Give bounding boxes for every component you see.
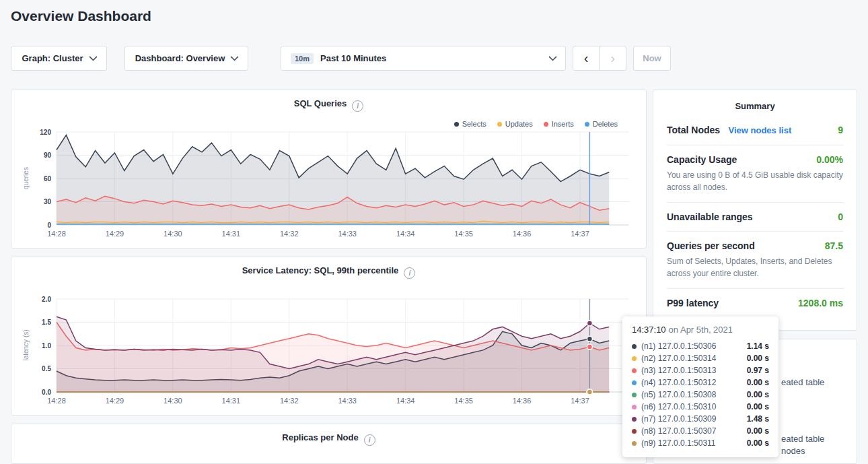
chart-hover-tooltip: 14:37:10on Apr 5th, 2021 (n1) 127.0.0.1:…	[622, 317, 779, 457]
tooltip-time: 14:37:10	[632, 325, 666, 335]
node-address-label: (n7) 127.0.0.1:50309	[641, 414, 742, 424]
svg-text:60: 60	[44, 175, 52, 183]
svg-text:14:31: 14:31	[222, 230, 241, 238]
node-address-label: (n8) 127.0.0.1:50307	[641, 426, 742, 436]
node-address-label: (n1) 127.0.0.1:50306	[641, 341, 742, 351]
view-nodes-list-link[interactable]: View nodes list	[729, 125, 792, 135]
event-text-fragment: nodes	[781, 446, 805, 456]
svg-text:1.0: 1.0	[42, 342, 51, 350]
node-latency-value: 0.00 s	[747, 402, 769, 411]
legend-label: Updates	[505, 120, 533, 128]
tooltip-row: (n3) 127.0.0.1:503130.97 s	[632, 364, 769, 376]
time-range-badge: 10m	[291, 53, 314, 64]
queries-per-second-description: Sum of Selects, Updates, Inserts, and De…	[667, 255, 843, 279]
svg-text:14:33: 14:33	[338, 397, 357, 405]
sql-queries-chart[interactable]: 030609012014:2814:2914:3014:3114:3214:33…	[18, 128, 637, 244]
tooltip-row: (n1) 127.0.0.1:503061.14 s	[632, 340, 769, 352]
node-address-label: (n3) 127.0.0.1:50313	[641, 366, 742, 375]
legend-color-dot	[585, 122, 589, 127]
node-color-dot	[632, 417, 637, 422]
sql-legend: SelectsUpdatesInsertsDeletes	[454, 120, 618, 128]
svg-text:14:35: 14:35	[454, 230, 473, 238]
svg-text:14:35: 14:35	[454, 397, 473, 405]
node-latency-value: 0.00 s	[747, 438, 769, 448]
sql-queries-panel: SQL Queries SelectsUpdatesInsertsDeletes…	[11, 90, 647, 248]
next-time-button: ›	[599, 46, 626, 71]
info-icon[interactable]	[352, 100, 363, 112]
dashboard-dropdown[interactable]: Dashboard: Overview	[124, 46, 248, 71]
svg-text:0.5: 0.5	[42, 365, 51, 372]
info-icon[interactable]	[364, 434, 375, 446]
svg-text:30: 30	[44, 198, 52, 205]
svg-text:14:37: 14:37	[571, 397, 589, 405]
node-address-label: (n4) 127.0.0.1:50312	[641, 378, 742, 387]
svg-text:14:28: 14:28	[47, 397, 66, 405]
node-address-label: (n9) 127.0.0.1:50311	[641, 438, 742, 448]
service-latency-title: Service Latency: SQL, 99th percentile	[242, 265, 399, 275]
legend-color-dot	[454, 122, 459, 127]
service-latency-panel: Service Latency: SQL, 99th percentile la…	[11, 257, 647, 416]
svg-text:14:30: 14:30	[164, 397, 182, 405]
info-icon[interactable]	[404, 267, 415, 279]
node-latency-value: 0.00 s	[747, 426, 769, 436]
node-latency-value: 0.00 s	[747, 390, 769, 399]
queries-per-second-row: Queries per second 87.5 Sum of Selects, …	[667, 232, 843, 289]
svg-text:14:32: 14:32	[280, 397, 299, 405]
chevron-down-icon	[89, 53, 98, 61]
svg-text:0: 0	[47, 222, 51, 229]
total-nodes-row: Total Nodes View nodes list 9	[667, 115, 843, 145]
svg-text:14:34: 14:34	[396, 397, 415, 405]
event-text-fragment: eated table	[781, 434, 824, 444]
p99-latency-value: 1208.0 ms	[798, 298, 843, 308]
svg-text:90: 90	[44, 152, 52, 159]
legend-item[interactable]: Inserts	[544, 120, 574, 128]
tooltip-date: on Apr 5th, 2021	[669, 325, 733, 335]
node-color-dot	[632, 405, 637, 409]
legend-label: Selects	[462, 120, 486, 128]
node-latency-value: 0.00 s	[747, 354, 769, 363]
node-latency-value: 0.00 s	[747, 378, 769, 387]
legend-item[interactable]: Selects	[454, 120, 486, 128]
node-latency-value: 1.48 s	[747, 414, 769, 424]
node-color-dot	[632, 356, 637, 361]
svg-text:14:31: 14:31	[222, 397, 241, 405]
queries-per-second-value: 87.5	[825, 240, 843, 251]
time-range-label: Past 10 Minutes	[320, 53, 386, 63]
svg-text:14:37: 14:37	[571, 230, 589, 238]
tooltip-row: (n9) 127.0.0.1:503110.00 s	[632, 437, 769, 449]
svg-text:14:32: 14:32	[280, 230, 299, 238]
svg-text:14:36: 14:36	[513, 397, 532, 405]
svg-text:14:29: 14:29	[106, 230, 124, 238]
tooltip-row: (n7) 127.0.0.1:503091.48 s	[632, 413, 769, 425]
tooltip-row: (n4) 127.0.0.1:503120.00 s	[632, 376, 769, 389]
node-latency-value: 0.97 s	[747, 366, 769, 375]
sql-queries-title: SQL Queries	[294, 98, 347, 108]
node-color-dot	[632, 429, 637, 434]
capacity-usage-description: You are using 0 B of 4.5 GiB usable disk…	[667, 169, 843, 193]
capacity-usage-label: Capacity Usage	[667, 154, 737, 165]
prev-time-button[interactable]: ‹	[573, 46, 600, 71]
service-latency-chart[interactable]: 0.00.51.01.52.014:2814:2914:3014:3114:32…	[18, 295, 637, 411]
legend-item[interactable]: Deletes	[585, 120, 618, 128]
svg-text:0.0: 0.0	[42, 389, 51, 396]
graph-dropdown[interactable]: Graph: Cluster	[11, 46, 107, 71]
now-button: Now	[633, 46, 671, 71]
svg-text:14:34: 14:34	[396, 230, 415, 238]
time-range-selector[interactable]: 10m Past 10 Minutes	[281, 46, 566, 71]
legend-color-dot	[497, 122, 502, 127]
legend-color-dot	[544, 122, 548, 127]
legend-label: Deletes	[593, 120, 618, 128]
now-button-label: Now	[643, 53, 661, 63]
unavailable-ranges-value: 0	[838, 211, 843, 222]
queries-per-second-label: Queries per second	[667, 240, 755, 251]
chart-title: Service Latency: SQL, 99th percentile	[11, 265, 646, 279]
chevron-left-icon: ‹	[584, 51, 589, 66]
svg-text:14:36: 14:36	[513, 230, 532, 238]
summary-title: Summary	[667, 90, 843, 111]
tooltip-row: (n8) 127.0.0.1:503070.00 s	[632, 425, 769, 437]
capacity-usage-value: 0.00%	[816, 154, 843, 165]
graph-dropdown-label: Graph: Cluster	[22, 53, 83, 63]
legend-item[interactable]: Updates	[497, 120, 533, 128]
svg-text:1.5: 1.5	[42, 319, 51, 326]
tooltip-row: (n5) 127.0.0.1:503080.00 s	[632, 389, 769, 401]
